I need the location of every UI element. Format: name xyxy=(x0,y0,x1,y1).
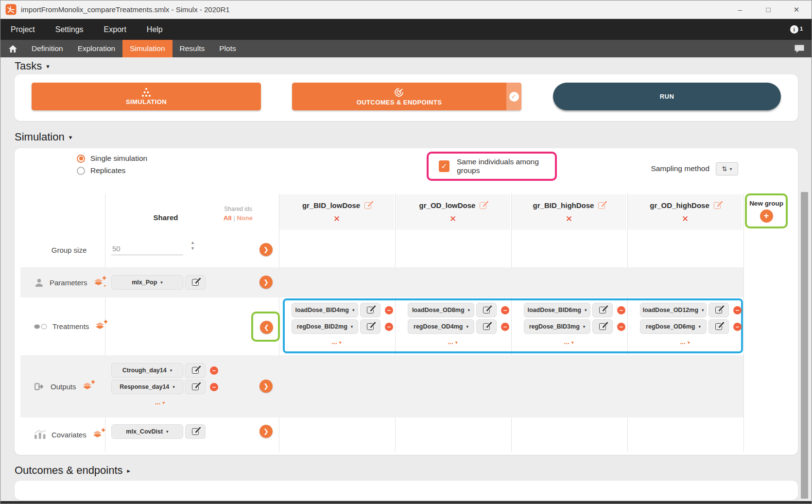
edit-treatment-button[interactable] xyxy=(592,319,613,334)
edit-group-icon[interactable] xyxy=(598,202,605,209)
edit-treatment-button[interactable] xyxy=(708,303,729,317)
edit-parameters-button[interactable] xyxy=(185,275,206,290)
minimize-button[interactable]: – xyxy=(736,5,744,14)
add-treatments-icon[interactable] xyxy=(94,320,107,333)
same-individuals-checkbox[interactable]: ✓ xyxy=(439,160,449,172)
outcomes-task-button[interactable]: OUTCOMES & ENDPOINTS ✓ xyxy=(292,83,521,110)
remove-group-button[interactable]: ✕ xyxy=(566,214,572,224)
more-treatments-button[interactable]: ... ▾ xyxy=(408,338,498,346)
apply-parameters-button[interactable]: ❯ xyxy=(259,276,273,289)
tab-definition[interactable]: Definition xyxy=(24,40,70,57)
treatment-select[interactable]: regDose_OD6mg▾ xyxy=(640,319,707,334)
add-group-button[interactable]: + xyxy=(760,209,773,223)
edit-group-icon[interactable] xyxy=(714,202,721,209)
shared-ids-all-link[interactable]: All xyxy=(224,214,232,222)
parameters-select[interactable]: mlx_Pop ▾ xyxy=(111,275,183,290)
edit-treatment-button[interactable] xyxy=(360,319,380,334)
apply-outputs-button[interactable]: ❯ xyxy=(259,380,273,393)
unshare-treatments-highlight: ❮ xyxy=(251,312,280,342)
remove-output-button[interactable]: − xyxy=(210,383,218,391)
remove-output-button[interactable]: − xyxy=(210,366,218,375)
edit-treatment-button[interactable] xyxy=(476,303,497,317)
app-window: importFromMonolix_compareTreatments.smlx… xyxy=(0,0,812,504)
radio-single-simulation[interactable]: Single simulation xyxy=(77,154,147,163)
treatment-select[interactable]: loadDose_OD12mg▾ xyxy=(640,303,707,317)
simulation-section-header[interactable]: Simulation ▾ xyxy=(15,131,72,143)
remove-group-button[interactable]: ✕ xyxy=(682,214,689,224)
spin-up-icon[interactable]: ▲ xyxy=(190,241,195,245)
edit-group-icon[interactable] xyxy=(480,202,486,209)
menu-help[interactable]: Help xyxy=(147,25,163,34)
maximize-button[interactable]: □ xyxy=(764,5,773,14)
tab-home[interactable] xyxy=(0,40,24,57)
move-treatments-to-shared-button[interactable]: ❮ xyxy=(260,321,273,334)
treatment-select[interactable]: loadDose_OD8mg▾ xyxy=(408,303,474,317)
tab-simulation[interactable]: Simulation xyxy=(122,40,172,57)
more-treatments-button[interactable]: ... ▾ xyxy=(292,338,381,346)
apply-group-size-button[interactable]: ❯ xyxy=(259,243,273,256)
remove-treatment-button[interactable]: − xyxy=(385,323,393,331)
feedback-button[interactable] xyxy=(794,40,812,57)
edit-treatment-button[interactable] xyxy=(360,303,380,317)
close-button[interactable]: ✕ xyxy=(792,5,801,14)
treatment-select[interactable]: regDose_OD4mg▾ xyxy=(408,319,474,334)
outputs-label: Outputs xyxy=(51,382,76,391)
more-treatments-button[interactable]: ... ▾ xyxy=(524,338,614,346)
output-select[interactable]: Response_day14▾ xyxy=(111,380,183,394)
tab-exploration[interactable]: Exploration xyxy=(70,40,123,57)
add-parameters-icon[interactable] xyxy=(93,276,106,289)
group-header-cell: gr_BID_lowDose ✕ xyxy=(279,194,394,230)
edit-treatment-button[interactable] xyxy=(708,319,729,334)
apply-covariates-button[interactable]: ❯ xyxy=(259,425,273,438)
more-outputs-button[interactable]: ... ▾ xyxy=(111,398,208,406)
remove-treatment-button[interactable]: − xyxy=(501,323,509,331)
edit-output-button[interactable] xyxy=(185,380,206,394)
edit-treatment-button[interactable] xyxy=(592,303,613,317)
menu-export[interactable]: Export xyxy=(104,25,126,34)
simulation-dots-icon xyxy=(141,87,152,97)
treatment-select[interactable]: regDose_BID3mg▾ xyxy=(524,319,590,334)
scrollbar[interactable] xyxy=(800,57,809,501)
remove-treatment-button[interactable]: − xyxy=(617,306,625,314)
more-treatments-button[interactable]: ... ▾ xyxy=(640,338,730,346)
edit-treatment-button[interactable] xyxy=(476,319,497,334)
add-outputs-icon[interactable] xyxy=(82,380,95,393)
treatment-select[interactable]: regDose_BID2mg▾ xyxy=(292,319,358,334)
treatment-select[interactable]: loadDose_BID4mg▾ xyxy=(292,303,358,317)
info-icon[interactable]: i xyxy=(790,25,798,34)
output-arrow-icon xyxy=(34,382,45,391)
tab-results[interactable]: Results xyxy=(173,40,212,57)
edit-icon xyxy=(599,323,606,330)
edit-output-button[interactable] xyxy=(185,363,206,378)
simulation-task-button[interactable]: SIMULATION xyxy=(32,83,261,110)
remove-treatment-button[interactable]: − xyxy=(733,306,742,314)
check-circle-icon: ✓ xyxy=(509,92,519,102)
add-covariates-icon[interactable] xyxy=(92,428,105,441)
radio-replicates[interactable]: Replicates xyxy=(77,166,125,175)
shared-ids-control: Shared ids All | None xyxy=(202,206,275,222)
radio-unselected-icon xyxy=(77,167,85,175)
menu-project[interactable]: Project xyxy=(11,25,35,34)
tab-plots[interactable]: Plots xyxy=(212,40,243,57)
group-size-input[interactable] xyxy=(111,243,183,255)
menu-settings[interactable]: Settings xyxy=(55,25,84,34)
edit-covariates-button[interactable] xyxy=(185,424,206,439)
remove-group-button[interactable]: ✕ xyxy=(333,214,340,224)
outcomes-section-header[interactable]: Outcomes & endpoints ▸ xyxy=(15,464,130,477)
spin-down-icon[interactable]: ▼ xyxy=(190,246,195,251)
treatment-select[interactable]: loadDose_BID6mg▾ xyxy=(524,303,590,317)
remove-treatment-button[interactable]: − xyxy=(385,306,393,314)
remove-treatment-button[interactable]: − xyxy=(733,323,742,331)
covariates-select[interactable]: mlx_CovDist▾ xyxy=(111,424,183,439)
run-button[interactable]: RUN xyxy=(553,83,781,110)
shared-ids-none-link[interactable]: None xyxy=(237,214,253,222)
sampling-method-dropdown[interactable]: ⇅ ▾ xyxy=(716,162,738,175)
edit-group-icon[interactable] xyxy=(364,202,371,209)
notifications[interactable]: i 1 xyxy=(790,25,812,34)
scrollbar-thumb[interactable] xyxy=(801,192,808,499)
remove-treatment-button[interactable]: − xyxy=(617,323,625,331)
tasks-section-header[interactable]: Tasks ▾ xyxy=(15,60,50,72)
remove-treatment-button[interactable]: − xyxy=(501,306,509,314)
remove-group-button[interactable]: ✕ xyxy=(449,214,456,224)
output-select[interactable]: Ctrough_day14▾ xyxy=(111,363,183,378)
